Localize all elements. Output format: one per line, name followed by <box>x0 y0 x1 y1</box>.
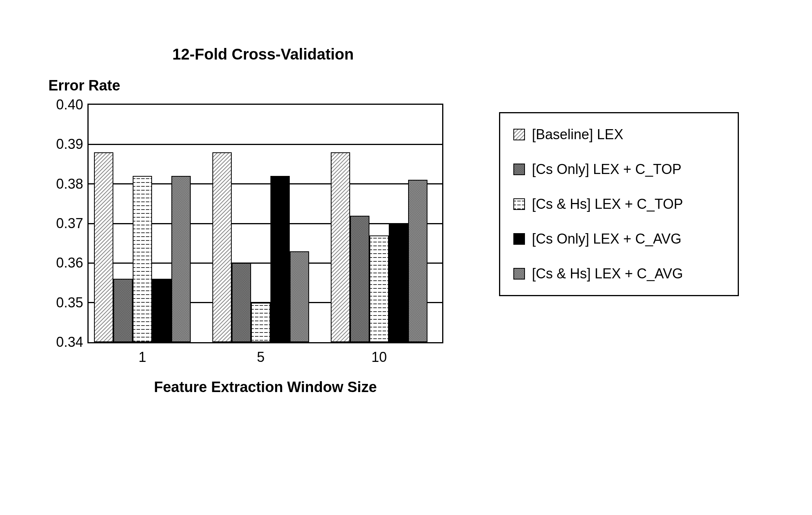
legend-label: [Cs & Hs] LEX + C_TOP <box>532 196 683 212</box>
y-tick-label: 0.36 <box>56 255 83 271</box>
legend-swatch <box>513 198 525 210</box>
legend-item: [Cs Only] LEX + C_TOP <box>513 161 725 177</box>
chart-title: 12-Fold Cross-Validation <box>0 46 526 63</box>
bar <box>232 263 251 342</box>
bar <box>133 176 152 342</box>
grid-line <box>89 144 442 145</box>
x-tick-label: 5 <box>257 349 265 365</box>
bar <box>113 279 133 342</box>
y-tick-label: 0.34 <box>56 334 83 350</box>
y-tick-label: 0.37 <box>56 215 83 232</box>
bar <box>94 152 113 342</box>
legend-label: [Cs Only] LEX + C_AVG <box>532 231 681 247</box>
legend-item: [Cs Only] LEX + C_AVG <box>513 231 725 247</box>
legend: [Baseline] LEX[Cs Only] LEX + C_TOP[Cs &… <box>499 112 739 296</box>
legend-swatch <box>513 268 525 280</box>
bar <box>389 223 408 342</box>
y-tick-label: 0.39 <box>56 136 83 152</box>
bar <box>212 152 232 342</box>
x-tick-label: 1 <box>138 349 146 365</box>
legend-label: [Cs & Hs] LEX + C_AVG <box>532 266 683 282</box>
chart-container: { "chart_data": { "type": "bar", "title"… <box>0 0 812 515</box>
legend-item: [Cs & Hs] LEX + C_AVG <box>513 266 725 282</box>
legend-item: [Baseline] LEX <box>513 126 725 143</box>
bar <box>331 152 350 342</box>
x-tick-label: 10 <box>371 349 387 365</box>
legend-swatch <box>513 164 525 175</box>
bar <box>270 176 290 342</box>
bar <box>369 235 389 342</box>
bar <box>251 303 270 342</box>
y-axis-title: Error Rate <box>48 77 120 94</box>
y-tick-label: 0.35 <box>56 295 83 311</box>
y-tick-label: 0.40 <box>56 97 83 113</box>
bar <box>290 251 309 342</box>
legend-swatch <box>513 129 525 140</box>
bar <box>171 176 191 342</box>
bar <box>350 216 369 342</box>
x-axis-title: Feature Extraction Window Size <box>87 379 443 396</box>
legend-label: [Baseline] LEX <box>532 126 623 143</box>
bar <box>152 279 171 342</box>
legend-swatch <box>513 233 525 245</box>
plot-area: 0.340.350.360.370.380.390.401510 <box>87 104 443 343</box>
bar <box>408 180 427 342</box>
y-tick-label: 0.38 <box>56 176 83 192</box>
legend-item: [Cs & Hs] LEX + C_TOP <box>513 196 725 212</box>
legend-label: [Cs Only] LEX + C_TOP <box>532 161 681 177</box>
